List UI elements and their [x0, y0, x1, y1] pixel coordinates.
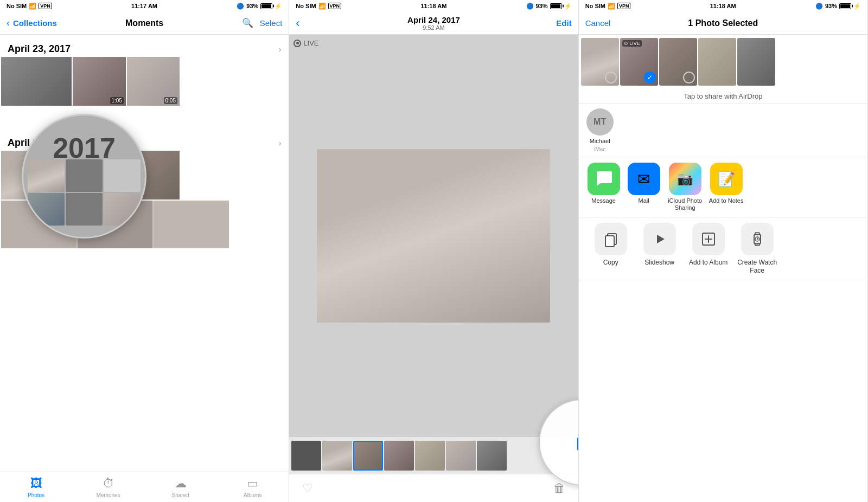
no-sim-label: No SIM: [7, 3, 27, 9]
battery-pct-2: 93%: [536, 3, 548, 9]
contact-sub-michael: iMac: [594, 146, 605, 152]
mag-photo: [28, 159, 65, 192]
app-item-notes[interactable]: 📝 Add to Notes: [709, 163, 744, 204]
tab-shared-label: Shared: [172, 492, 189, 498]
notes-app-icon: 📝: [710, 163, 743, 195]
photo-grid-apr23: 1:05 0:05: [0, 57, 289, 106]
share-icon: [569, 429, 578, 455]
status-bar-2: No SIM 📶 VPN 11:18 AM 🔵 93% ⚡: [289, 0, 578, 12]
delete-button[interactable]: 🗑: [553, 481, 565, 495]
tab-photos-label: Photos: [28, 492, 44, 498]
select-button[interactable]: Select: [260, 18, 283, 28]
svg-marker-4: [657, 235, 665, 243]
magnifier-year: 2017: [53, 132, 116, 164]
photo-thumb[interactable]: [1, 57, 72, 106]
favorite-button[interactable]: ♡: [302, 481, 313, 495]
status-bar-3: No SIM 📶 VPN 11:18 AM 🔵 93% ⚡: [579, 0, 867, 12]
time-label-3: 11:18 AM: [710, 3, 736, 9]
strip-live-badge: ⊙ LIVE: [622, 40, 642, 47]
tab-shared[interactable]: ☁ Shared: [144, 477, 216, 498]
film-thumb[interactable]: [446, 441, 476, 471]
edit-button[interactable]: Edit: [556, 18, 571, 28]
watch-face-icon-box: [741, 223, 774, 255]
icloud-app-label: iCloud Photo Sharing: [667, 197, 704, 211]
photo-thumb[interactable]: 0:05: [127, 57, 180, 106]
battery-pct-3: 93%: [825, 3, 837, 9]
photo-thumb[interactable]: 1:05: [73, 57, 126, 106]
mail-app-label: Mail: [639, 197, 649, 204]
contact-name-michael: Michael: [590, 138, 610, 144]
mag-photo: [66, 159, 103, 192]
live-circle-icon: [293, 40, 301, 47]
film-thumb[interactable]: [415, 441, 445, 471]
contacts-row: MT Michael iMac: [579, 104, 867, 157]
bolt-icon-3: ⚡: [853, 3, 861, 10]
shared-tab-icon: ☁: [175, 477, 187, 491]
bluetooth-icon-3: 🔵: [815, 3, 823, 10]
film-thumb[interactable]: [322, 441, 352, 471]
icloud-app-icon: 📷: [669, 163, 701, 195]
action-watch-face[interactable]: Create Watch Face: [733, 223, 782, 274]
battery-icon-2: [550, 3, 562, 9]
bluetooth-icon: 🔵: [237, 3, 244, 10]
viewer-bottom-bar: ♡ 🗑: [289, 474, 578, 502]
back-arrow-icon-2[interactable]: ‹: [296, 16, 299, 30]
tab-memories-label: Memories: [97, 492, 120, 498]
no-sim-label-3: No SIM: [585, 3, 605, 9]
albums-tab-icon: ▭: [247, 477, 258, 491]
viewer-date: April 24, 2017: [407, 15, 460, 24]
viewer-nav-title: April 24, 2017 9:52 AM: [407, 15, 460, 31]
section-arrow-apr24: ›: [279, 139, 282, 147]
time-label-2: 11:18 AM: [420, 3, 446, 9]
share-title: 1 Photo Selected: [688, 18, 758, 28]
strip-thumb[interactable]: [659, 38, 697, 86]
tab-albums[interactable]: ▭ Albums: [216, 477, 289, 498]
app-item-mail[interactable]: ✉ Mail: [627, 163, 661, 204]
action-copy[interactable]: Copy: [586, 223, 635, 266]
filmstrip[interactable]: [289, 437, 578, 474]
viewer-panel: No SIM 📶 VPN 11:18 AM 🔵 93% ⚡ ‹ April 24…: [289, 0, 578, 502]
airdrop-row: Tap to share with AirDrop: [579, 89, 867, 104]
action-slideshow[interactable]: Slideshow: [635, 223, 684, 266]
wifi-icon: 📶: [29, 3, 36, 10]
add-album-icon-box: [692, 223, 725, 255]
status-bar-1: No SIM 📶 VPN 11:17 AM 🔵 93% ⚡: [0, 0, 289, 12]
tab-bar: 🖼 Photos ⏱ Memories ☁ Shared ▭ Albums: [0, 472, 289, 502]
photos-tab-icon: 🖼: [30, 477, 42, 491]
strip-thumb[interactable]: [698, 38, 736, 86]
vpn-badge: VPN: [39, 3, 52, 9]
tab-photos[interactable]: 🖼 Photos: [0, 477, 72, 498]
moments-title: Moments: [125, 18, 163, 28]
share-nav: Cancel 1 Photo Selected: [579, 12, 867, 35]
moments-nav: ‹ Collections Moments 🔍 Select: [0, 12, 289, 35]
app-item-icloud[interactable]: 📷 iCloud Photo Sharing: [667, 163, 704, 211]
bluetooth-icon-2: 🔵: [526, 3, 534, 10]
wifi-icon-2: 📶: [318, 3, 326, 10]
film-thumb[interactable]: [384, 441, 414, 471]
apps-row: Message ✉ Mail 📷 iCloud Photo Sharing 📝 …: [579, 157, 867, 217]
film-thumb-selected[interactable]: [353, 441, 383, 471]
bolt-icon-2: ⚡: [564, 3, 572, 10]
strip-thumb[interactable]: [737, 38, 775, 86]
moments-content: April 23, 2017 › 1:05 0:05 2017: [0, 35, 289, 472]
film-thumb[interactable]: [291, 441, 321, 471]
search-icon[interactable]: 🔍: [242, 17, 253, 29]
tab-memories[interactable]: ⏱ Memories: [72, 477, 144, 498]
copy-label: Copy: [603, 259, 618, 266]
tab-albums-label: Albums: [244, 492, 261, 498]
action-add-album[interactable]: Add to Album: [684, 223, 733, 266]
viewer-nav: ‹ April 24, 2017 9:52 AM Edit: [289, 12, 578, 35]
cancel-button[interactable]: Cancel: [585, 18, 611, 28]
strip-thumb-selected[interactable]: ⊙ LIVE ✓: [620, 38, 658, 86]
live-badge: LIVE: [293, 39, 318, 47]
app-item-message[interactable]: Message: [586, 163, 621, 204]
main-photo-area[interactable]: LIVE: [289, 35, 578, 437]
memories-tab-icon: ⏱: [103, 477, 114, 491]
strip-select-circle-2: [683, 72, 695, 83]
film-thumb[interactable]: [477, 441, 507, 471]
contact-item-michael[interactable]: MT Michael iMac: [586, 108, 614, 152]
strip-thumb[interactable]: [581, 38, 619, 86]
collections-back-button[interactable]: Collections: [13, 18, 57, 28]
time-label-1: 11:17 AM: [131, 3, 157, 9]
main-photo-image[interactable]: [317, 149, 550, 323]
